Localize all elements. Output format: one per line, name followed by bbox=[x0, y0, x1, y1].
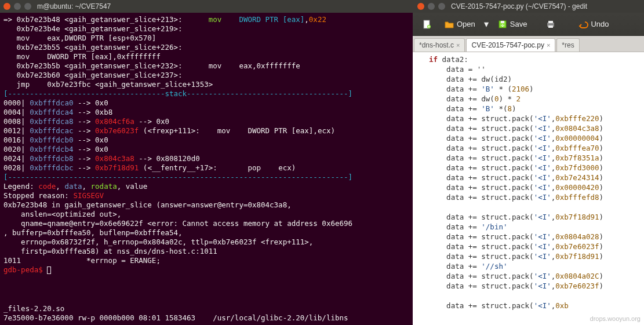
asm-line: 0xb7e23b4e <gaih_getanswer_slice+219>: bbox=[3, 24, 183, 33]
code-editor[interactable]: if data2: data = '' data += dw(id2) data… bbox=[413, 52, 644, 325]
save-button[interactable]: Save bbox=[493, 17, 532, 32]
stack-row: 0028| 0xbfffdcbc --> 0xb7f18d91 (<__fent… bbox=[3, 163, 296, 172]
save-label: Save bbox=[510, 20, 527, 28]
svg-rect-5 bbox=[548, 21, 553, 23]
print-icon bbox=[545, 19, 556, 30]
stack-row: 0024| 0xbfffdcb8 --> 0x804c3a8 --> 0x808… bbox=[3, 154, 200, 163]
folder-open-icon bbox=[444, 19, 454, 30]
terminal-footer: _files-2.20.so 7e35000-b7e36000 rw-p 000… bbox=[0, 304, 413, 325]
prompt[interactable]: gdb-peda$ bbox=[3, 265, 51, 274]
svg-rect-6 bbox=[548, 25, 553, 28]
open-button[interactable]: Open bbox=[439, 17, 480, 32]
new-file-icon bbox=[422, 19, 432, 30]
terminal-window: m@ubuntu: ~/CVE7547 => 0xb7e23b48 <gaih_… bbox=[0, 0, 413, 325]
gedit-window: CVE-2015-7547-poc.py (~/CVE7547) - gedit… bbox=[413, 0, 644, 325]
gedit-tabs: *dns-host.c × CVE-2015-7547-poc.py × *re… bbox=[413, 36, 644, 52]
stack-row: 0016| 0xbfffdcb0 --> 0x0 bbox=[3, 136, 108, 144]
tab-label: *res bbox=[562, 41, 574, 49]
context-line: errnop=0x68732f2f, h_errnop=0x804a02c, t… bbox=[3, 238, 313, 246]
undo-label: Undo bbox=[591, 20, 609, 28]
context-line: , bufferp=0xbfffea50, buflenp=0xbfffea54… bbox=[3, 228, 183, 237]
stack-row: 0020| 0xbfffdcb4 --> 0x0 bbox=[3, 145, 108, 154]
minimize-icon[interactable] bbox=[14, 3, 21, 10]
asm-line: => 0xb7e23b48 <gaih_getanswer_slice+213>… bbox=[3, 15, 183, 24]
asm-line: 0xb7e23b55 <gaih_getanswer_slice+226>: bbox=[3, 43, 183, 52]
context-line: 1011 *errnop = ERANGE; bbox=[3, 256, 161, 265]
svg-rect-3 bbox=[501, 21, 504, 23]
watermark: drops.wooyun.org bbox=[590, 314, 641, 324]
legend: Legend: code, data, rodata, value bbox=[3, 182, 147, 191]
close-icon[interactable] bbox=[3, 3, 10, 10]
undo-button[interactable]: Undo bbox=[573, 17, 613, 32]
gedit-toolbar: Open ▾ Save Undo bbox=[413, 13, 644, 36]
save-icon bbox=[497, 19, 508, 30]
close-icon[interactable] bbox=[417, 3, 424, 10]
stopped-reason: Stopped reason: SIGSEGV bbox=[3, 191, 104, 200]
context-line: anslen=<optimized out>, bbox=[3, 210, 121, 218]
tab-label: CVE-2015-7547-poc.py bbox=[471, 41, 544, 49]
stack-row: 0004| 0xbfffdca4 --> 0xb8 bbox=[3, 108, 112, 116]
tab-poc[interactable]: CVE-2015-7547-poc.py × bbox=[466, 38, 555, 52]
divider: [---------------------------------------… bbox=[3, 173, 352, 181]
minimize-icon[interactable] bbox=[428, 3, 435, 10]
undo-icon bbox=[578, 19, 588, 30]
terminal-titlebar: m@ubuntu: ~/CVE7547 bbox=[0, 0, 413, 13]
maximize-icon[interactable] bbox=[24, 3, 31, 10]
stack-row: 0000| 0xbfffdca0 --> 0x0 bbox=[3, 98, 108, 107]
tab-res[interactable]: *res bbox=[556, 38, 579, 52]
close-tab-icon[interactable]: × bbox=[456, 42, 460, 49]
asm-line: 0xb7e23b5b <gaih_getanswer_slice+232>: bbox=[3, 61, 183, 70]
stack-row: 0012| 0xbfffdcac --> 0xb7e6023f (<frexp+… bbox=[3, 126, 335, 135]
open-label: Open bbox=[457, 20, 475, 28]
gedit-titlebar: CVE-2015-7547-poc.py (~/CVE7547) - gedit bbox=[413, 0, 644, 13]
print-button[interactable] bbox=[541, 17, 561, 32]
tab-label: *dns-host.c bbox=[419, 41, 454, 49]
new-file-button[interactable] bbox=[417, 17, 437, 32]
stack-row: 0008| 0xbfffdca8 --> 0x804cf6a --> 0x0 bbox=[3, 117, 169, 126]
asm-line: 0xb7e23b60 <gaih_getanswer_slice+237>: bbox=[3, 71, 183, 79]
section-header: [------------------------------------sta… bbox=[3, 89, 352, 98]
maximize-icon[interactable] bbox=[438, 3, 445, 10]
cursor-icon bbox=[47, 266, 51, 274]
close-tab-icon[interactable]: × bbox=[547, 42, 550, 49]
context-line: 0xb7e23b48 in gaih_getanswer_slice (answ… bbox=[3, 200, 292, 209]
terminal-title: m@ubuntu: ~/CVE7547 bbox=[37, 2, 111, 10]
tab-dns-host[interactable]: *dns-host.c × bbox=[414, 38, 465, 52]
terminal-output[interactable]: => 0xb7e23b48 <gaih_getanswer_slice+213>… bbox=[0, 13, 413, 277]
gedit-title: CVE-2015-7547-poc.py (~/CVE7547) - gedit bbox=[451, 2, 587, 10]
context-line: qname=qname@entry=0x6e69622f <error: Can… bbox=[3, 219, 352, 228]
context-line: firstp=0xbfffea58) at nss_dns/dns-host.c… bbox=[3, 247, 217, 255]
open-dropdown[interactable]: ▾ bbox=[482, 20, 490, 28]
